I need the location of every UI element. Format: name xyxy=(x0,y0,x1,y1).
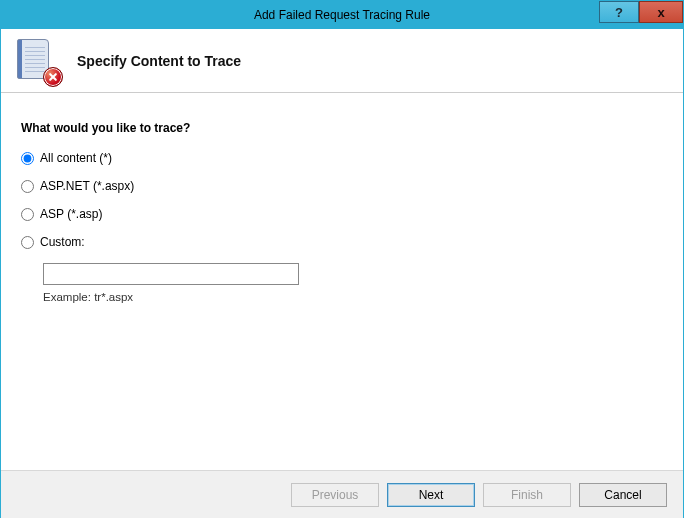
wizard-footer: Previous Next Finish Cancel xyxy=(1,470,683,518)
label-asp: ASP (*.asp) xyxy=(40,207,102,221)
custom-pattern-input[interactable] xyxy=(43,263,299,285)
radio-all-content[interactable] xyxy=(21,152,34,165)
titlebar: Add Failed Request Tracing Rule ? x xyxy=(1,1,683,29)
page-title: Specify Content to Trace xyxy=(77,53,241,69)
radio-asp[interactable] xyxy=(21,208,34,221)
content-area: What would you like to trace? All conten… xyxy=(1,93,683,303)
cancel-button[interactable]: Cancel xyxy=(579,483,667,507)
titlebar-buttons: ? x xyxy=(599,1,683,29)
finish-button[interactable]: Finish xyxy=(483,483,571,507)
label-custom: Custom: xyxy=(40,235,85,249)
radio-row-aspnet: ASP.NET (*.aspx) xyxy=(21,179,663,193)
custom-block: Example: tr*.aspx xyxy=(43,263,663,303)
previous-button[interactable]: Previous xyxy=(291,483,379,507)
wizard-header: Specify Content to Trace xyxy=(1,29,683,93)
wizard-icon xyxy=(17,39,57,83)
prompt-label: What would you like to trace? xyxy=(21,121,663,135)
label-aspnet: ASP.NET (*.aspx) xyxy=(40,179,134,193)
error-badge-icon xyxy=(43,67,63,87)
radio-row-custom: Custom: xyxy=(21,235,663,249)
label-all-content: All content (*) xyxy=(40,151,112,165)
next-button[interactable]: Next xyxy=(387,483,475,507)
radio-aspnet[interactable] xyxy=(21,180,34,193)
window-title: Add Failed Request Tracing Rule xyxy=(254,8,430,22)
close-button[interactable]: x xyxy=(639,1,683,23)
radio-row-asp: ASP (*.asp) xyxy=(21,207,663,221)
example-label: Example: tr*.aspx xyxy=(43,291,663,303)
radio-row-all: All content (*) xyxy=(21,151,663,165)
help-button[interactable]: ? xyxy=(599,1,639,23)
radio-custom[interactable] xyxy=(21,236,34,249)
